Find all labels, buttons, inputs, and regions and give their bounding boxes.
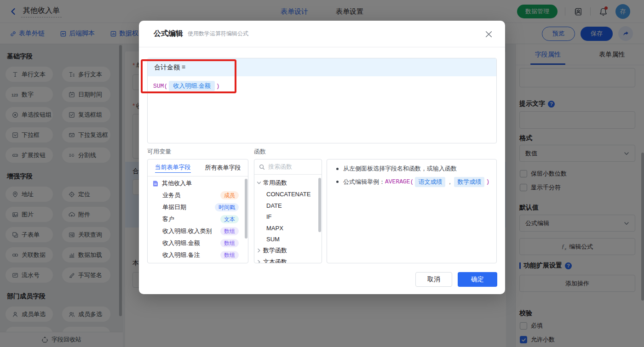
chevron-right-icon: [257, 260, 261, 263]
tip-text: 从左侧面板选择字段名和函数，或输入函数: [343, 164, 457, 173]
function-item[interactable]: SUM: [254, 234, 322, 245]
tab-all-form-fields[interactable]: 所有表单字段: [198, 159, 248, 176]
function-item[interactable]: MAPX: [254, 222, 322, 234]
function-group[interactable]: 数学函数: [254, 245, 322, 256]
dialog-subtitle: 使用数学运算符编辑公式: [188, 30, 248, 38]
variables-scrollbar[interactable]: [245, 179, 247, 239]
variable-tree-item[interactable]: 客户文本: [148, 213, 248, 225]
tab-current-form-fields[interactable]: 当前表单字段: [148, 159, 198, 176]
function-search-input[interactable]: 搜索函数: [254, 159, 322, 175]
confirm-button[interactable]: 确定: [458, 272, 497, 287]
field-type-tag: 数组: [220, 227, 239, 235]
field-type-tag: 文本: [220, 215, 239, 223]
formula-variable-tag[interactable]: 收入明细.金额: [169, 81, 215, 91]
function-item[interactable]: DATE: [254, 200, 322, 211]
chevron-right-icon: [257, 248, 261, 253]
formula-editor[interactable]: 合计金额 = SUM( 收入明细.金额 ): [147, 58, 497, 143]
variable-tree-root[interactable]: 其他收入单: [148, 177, 248, 189]
formula-edit-dialog: 公式编辑 使用数学运算符编辑公式 合计金额 = SUM( 收入明细.金额 ) 可…: [139, 21, 505, 294]
variable-tree-item[interactable]: 收入明细.收入类别数组: [148, 225, 248, 237]
tip-example: 公式编辑举例：AVERAGE(语文成绩，数学成绩): [343, 177, 489, 187]
functions-section-label: 函数: [254, 148, 266, 156]
formula-function-open: SUM(: [153, 83, 167, 90]
variable-tree-item[interactable]: 收入明细.备注数组: [148, 249, 248, 261]
field-type-tag: 数组: [220, 251, 239, 259]
formula-expression[interactable]: SUM( 收入明细.金额 ): [148, 76, 496, 96]
formula-help-panel: 从左侧面板选择字段名和函数，或输入函数 公式编辑举例：AVERAGE(语文成绩，…: [327, 159, 497, 263]
example-variable-tag: 语文成绩: [415, 177, 445, 187]
chevron-down-icon: [257, 181, 261, 185]
search-icon: [259, 164, 265, 170]
field-type-tag: 数组: [220, 239, 239, 247]
field-type-tag: 时间戳: [215, 203, 239, 211]
close-icon[interactable]: [483, 28, 494, 40]
function-group[interactable]: 常用函数: [254, 177, 322, 189]
functions-panel: 搜索函数 常用函数CONCATENATEDATEIFMAPXSUM数学函数文本函…: [254, 159, 322, 263]
field-type-tag: 成员: [220, 191, 239, 199]
formula-function-close: ): [216, 83, 220, 90]
variable-tree-item[interactable]: 收入明细.金额数组: [148, 237, 248, 249]
search-placeholder: 搜索函数: [268, 163, 292, 171]
functions-scrollbar[interactable]: [318, 178, 321, 232]
example-variable-tag: 数学成绩: [454, 177, 484, 187]
cancel-button[interactable]: 取消: [415, 272, 452, 287]
variables-panel: 当前表单字段 所有表单字段 其他收入单业务员成员单据日期时间戳客户文本收入明细.…: [147, 159, 248, 263]
variables-section-label: 可用变量: [147, 148, 171, 156]
function-item[interactable]: CONCATENATE: [254, 189, 322, 200]
function-item[interactable]: IF: [254, 211, 322, 223]
variable-tree-item[interactable]: 单据日期时间戳: [148, 201, 248, 213]
variable-tree-item[interactable]: 业务员成员: [148, 189, 248, 201]
form-doc-icon: [152, 180, 159, 187]
formula-target-field: 合计金额 =: [148, 58, 496, 76]
dialog-title: 公式编辑: [154, 29, 183, 39]
function-group[interactable]: 文本函数: [254, 256, 322, 264]
